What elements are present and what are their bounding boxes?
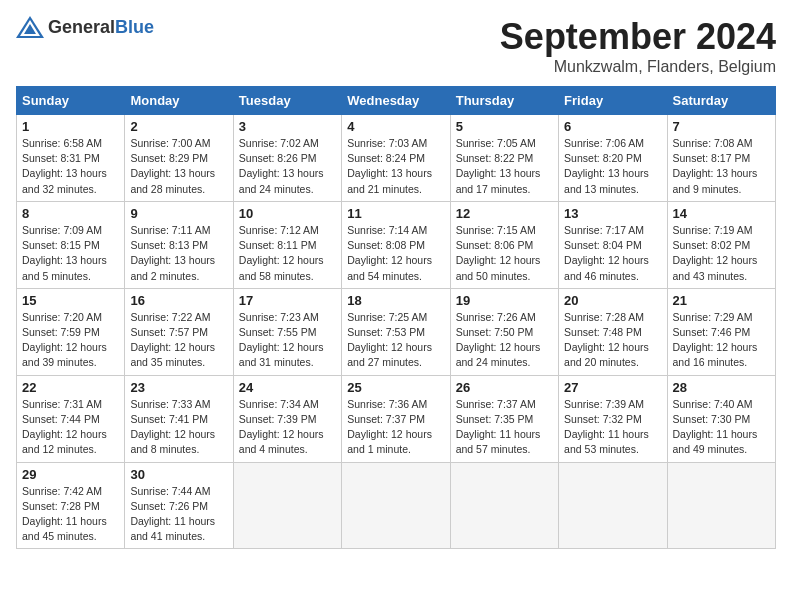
day-info: Sunrise: 7:33 AM Sunset: 7:41 PM Dayligh… (130, 397, 227, 458)
day-info: Sunrise: 7:14 AM Sunset: 8:08 PM Dayligh… (347, 223, 444, 284)
col-header-saturday: Saturday (667, 87, 775, 115)
table-row (667, 462, 775, 549)
day-info: Sunrise: 7:06 AM Sunset: 8:20 PM Dayligh… (564, 136, 661, 197)
day-info: Sunrise: 7:15 AM Sunset: 8:06 PM Dayligh… (456, 223, 553, 284)
table-row: 23Sunrise: 7:33 AM Sunset: 7:41 PM Dayli… (125, 375, 233, 462)
day-number: 16 (130, 293, 227, 308)
day-info: Sunrise: 6:58 AM Sunset: 8:31 PM Dayligh… (22, 136, 119, 197)
day-number: 12 (456, 206, 553, 221)
day-info: Sunrise: 7:20 AM Sunset: 7:59 PM Dayligh… (22, 310, 119, 371)
table-row: 16Sunrise: 7:22 AM Sunset: 7:57 PM Dayli… (125, 288, 233, 375)
day-info: Sunrise: 7:00 AM Sunset: 8:29 PM Dayligh… (130, 136, 227, 197)
title-area: September 2024 Munkzwalm, Flanders, Belg… (500, 16, 776, 76)
table-row (342, 462, 450, 549)
table-row: 19Sunrise: 7:26 AM Sunset: 7:50 PM Dayli… (450, 288, 558, 375)
day-number: 24 (239, 380, 336, 395)
table-row (559, 462, 667, 549)
logo-general: General (48, 17, 115, 37)
table-row: 5Sunrise: 7:05 AM Sunset: 8:22 PM Daylig… (450, 115, 558, 202)
day-info: Sunrise: 7:37 AM Sunset: 7:35 PM Dayligh… (456, 397, 553, 458)
day-number: 10 (239, 206, 336, 221)
table-row: 20Sunrise: 7:28 AM Sunset: 7:48 PM Dayli… (559, 288, 667, 375)
day-info: Sunrise: 7:11 AM Sunset: 8:13 PM Dayligh… (130, 223, 227, 284)
day-info: Sunrise: 7:08 AM Sunset: 8:17 PM Dayligh… (673, 136, 770, 197)
location-title: Munkzwalm, Flanders, Belgium (500, 58, 776, 76)
table-row: 24Sunrise: 7:34 AM Sunset: 7:39 PM Dayli… (233, 375, 341, 462)
table-row: 2Sunrise: 7:00 AM Sunset: 8:29 PM Daylig… (125, 115, 233, 202)
table-row: 30Sunrise: 7:44 AM Sunset: 7:26 PM Dayli… (125, 462, 233, 549)
table-row: 10Sunrise: 7:12 AM Sunset: 8:11 PM Dayli… (233, 201, 341, 288)
day-info: Sunrise: 7:09 AM Sunset: 8:15 PM Dayligh… (22, 223, 119, 284)
table-row: 12Sunrise: 7:15 AM Sunset: 8:06 PM Dayli… (450, 201, 558, 288)
table-row: 25Sunrise: 7:36 AM Sunset: 7:37 PM Dayli… (342, 375, 450, 462)
table-row: 17Sunrise: 7:23 AM Sunset: 7:55 PM Dayli… (233, 288, 341, 375)
col-header-monday: Monday (125, 87, 233, 115)
day-info: Sunrise: 7:42 AM Sunset: 7:28 PM Dayligh… (22, 484, 119, 545)
col-header-sunday: Sunday (17, 87, 125, 115)
day-number: 26 (456, 380, 553, 395)
day-number: 15 (22, 293, 119, 308)
day-number: 4 (347, 119, 444, 134)
day-number: 18 (347, 293, 444, 308)
day-number: 17 (239, 293, 336, 308)
day-number: 20 (564, 293, 661, 308)
table-row: 29Sunrise: 7:42 AM Sunset: 7:28 PM Dayli… (17, 462, 125, 549)
day-info: Sunrise: 7:34 AM Sunset: 7:39 PM Dayligh… (239, 397, 336, 458)
day-info: Sunrise: 7:19 AM Sunset: 8:02 PM Dayligh… (673, 223, 770, 284)
day-number: 25 (347, 380, 444, 395)
col-header-friday: Friday (559, 87, 667, 115)
day-number: 1 (22, 119, 119, 134)
table-row (233, 462, 341, 549)
day-number: 14 (673, 206, 770, 221)
table-row: 6Sunrise: 7:06 AM Sunset: 8:20 PM Daylig… (559, 115, 667, 202)
day-info: Sunrise: 7:40 AM Sunset: 7:30 PM Dayligh… (673, 397, 770, 458)
day-info: Sunrise: 7:44 AM Sunset: 7:26 PM Dayligh… (130, 484, 227, 545)
day-number: 23 (130, 380, 227, 395)
table-row: 1Sunrise: 6:58 AM Sunset: 8:31 PM Daylig… (17, 115, 125, 202)
day-number: 6 (564, 119, 661, 134)
col-header-wednesday: Wednesday (342, 87, 450, 115)
day-number: 28 (673, 380, 770, 395)
day-info: Sunrise: 7:39 AM Sunset: 7:32 PM Dayligh… (564, 397, 661, 458)
day-info: Sunrise: 7:31 AM Sunset: 7:44 PM Dayligh… (22, 397, 119, 458)
day-number: 22 (22, 380, 119, 395)
day-number: 21 (673, 293, 770, 308)
table-row: 8Sunrise: 7:09 AM Sunset: 8:15 PM Daylig… (17, 201, 125, 288)
month-title: September 2024 (500, 16, 776, 58)
table-row: 13Sunrise: 7:17 AM Sunset: 8:04 PM Dayli… (559, 201, 667, 288)
table-row: 4Sunrise: 7:03 AM Sunset: 8:24 PM Daylig… (342, 115, 450, 202)
table-row: 11Sunrise: 7:14 AM Sunset: 8:08 PM Dayli… (342, 201, 450, 288)
day-info: Sunrise: 7:03 AM Sunset: 8:24 PM Dayligh… (347, 136, 444, 197)
day-info: Sunrise: 7:25 AM Sunset: 7:53 PM Dayligh… (347, 310, 444, 371)
day-info: Sunrise: 7:05 AM Sunset: 8:22 PM Dayligh… (456, 136, 553, 197)
day-info: Sunrise: 7:17 AM Sunset: 8:04 PM Dayligh… (564, 223, 661, 284)
table-row: 21Sunrise: 7:29 AM Sunset: 7:46 PM Dayli… (667, 288, 775, 375)
day-number: 29 (22, 467, 119, 482)
table-row: 7Sunrise: 7:08 AM Sunset: 8:17 PM Daylig… (667, 115, 775, 202)
table-row: 22Sunrise: 7:31 AM Sunset: 7:44 PM Dayli… (17, 375, 125, 462)
logo: GeneralBlue (16, 16, 154, 38)
col-header-thursday: Thursday (450, 87, 558, 115)
table-row: 18Sunrise: 7:25 AM Sunset: 7:53 PM Dayli… (342, 288, 450, 375)
day-number: 2 (130, 119, 227, 134)
day-info: Sunrise: 7:02 AM Sunset: 8:26 PM Dayligh… (239, 136, 336, 197)
day-number: 13 (564, 206, 661, 221)
col-header-tuesday: Tuesday (233, 87, 341, 115)
day-number: 27 (564, 380, 661, 395)
table-row: 26Sunrise: 7:37 AM Sunset: 7:35 PM Dayli… (450, 375, 558, 462)
day-number: 8 (22, 206, 119, 221)
day-info: Sunrise: 7:29 AM Sunset: 7:46 PM Dayligh… (673, 310, 770, 371)
day-number: 7 (673, 119, 770, 134)
table-row: 15Sunrise: 7:20 AM Sunset: 7:59 PM Dayli… (17, 288, 125, 375)
day-number: 11 (347, 206, 444, 221)
day-info: Sunrise: 7:12 AM Sunset: 8:11 PM Dayligh… (239, 223, 336, 284)
day-number: 19 (456, 293, 553, 308)
day-info: Sunrise: 7:28 AM Sunset: 7:48 PM Dayligh… (564, 310, 661, 371)
day-info: Sunrise: 7:26 AM Sunset: 7:50 PM Dayligh… (456, 310, 553, 371)
table-row (450, 462, 558, 549)
day-number: 3 (239, 119, 336, 134)
logo-blue: Blue (115, 17, 154, 37)
day-number: 9 (130, 206, 227, 221)
table-row: 14Sunrise: 7:19 AM Sunset: 8:02 PM Dayli… (667, 201, 775, 288)
day-info: Sunrise: 7:22 AM Sunset: 7:57 PM Dayligh… (130, 310, 227, 371)
